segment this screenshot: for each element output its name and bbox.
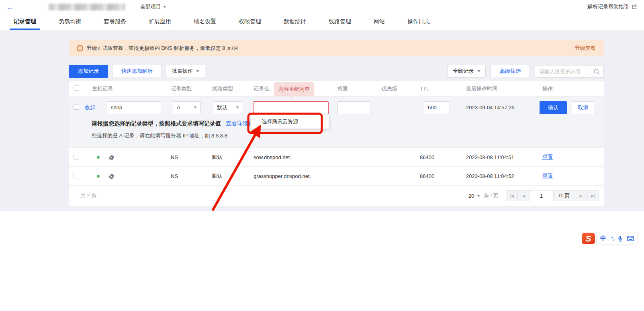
tab-load-balancing[interactable]: 负载均衡 (56, 14, 84, 30)
top-bar: ← 全部项目 解析记录帮助指引 (0, 0, 644, 14)
page-size-value: 20 (468, 193, 474, 199)
table-header-row: 主机记录 记录类型 线路类型 记录值 权重 优先级 TTL 最后操作时间 操作 (69, 81, 604, 96)
header-priority: 优先级 (370, 85, 408, 92)
header-ttl: TTL (408, 86, 450, 92)
status-enabled-dot (97, 175, 100, 178)
first-page-button[interactable]: |◀ (506, 190, 518, 201)
line-type-select[interactable]: 默认 (213, 101, 243, 114)
record-filter-label: 全部记录 (453, 68, 474, 75)
collapse-link[interactable]: 收起 (85, 104, 95, 111)
row-line-type: 默认 (203, 172, 245, 180)
dns-record-management-page: ← 全部项目 解析记录帮助指引 记录管理 负载均衡 套餐服务 扩展应用 域名设置… (0, 0, 644, 311)
chevron-down-icon (477, 195, 480, 197)
pager-controls: |◀ ◀ /1 页 ▶ ▶| (506, 190, 599, 201)
chevron-down-icon (163, 6, 166, 8)
record-value-input[interactable] (253, 101, 329, 114)
help-guide-label: 解析记录帮助指引 (587, 3, 629, 10)
page-number-input[interactable] (530, 190, 554, 201)
record-value-help: 请根据您选择的记录类型，按照格式要求填写记录值 查看详细指引 您选择的是 A 记… (69, 119, 604, 147)
quick-add-button[interactable]: 快速添加解析 (112, 65, 162, 78)
header-weight: 权重 (330, 85, 370, 92)
project-filter-dropdown[interactable]: 全部项目 (140, 3, 166, 10)
row-ttl: 86400 (408, 173, 450, 179)
row-line-type: 默认 (203, 153, 245, 161)
tab-website[interactable]: 网站 (371, 14, 387, 30)
chevron-down-icon (196, 70, 199, 72)
table-row: @ NS 默认 sow.dnspod.net. 86400 2023-08-08… (69, 148, 604, 167)
reset-link[interactable]: 重置 (542, 154, 553, 160)
chevron-down-icon (477, 70, 480, 72)
host-record-input[interactable] (107, 101, 161, 114)
help-title: 请根据您选择的记录类型，按照格式要求填写记录值 (92, 120, 221, 127)
ime-bar: 中 °, (596, 233, 638, 244)
confirm-button[interactable]: 确认 (540, 101, 567, 114)
back-arrow-icon[interactable]: ← (6, 3, 14, 11)
tab-operation-log[interactable]: 操作日志 (405, 14, 432, 30)
row-checkbox[interactable] (74, 154, 79, 160)
search-icon[interactable] (593, 68, 600, 75)
help-description: 您选择的是 A 记录，请在此填写服务器 IP 地址，如 8.8.8.8 (92, 132, 604, 139)
upgrade-plan-link[interactable]: 升级套餐 (575, 45, 596, 52)
warning-icon: ! (77, 45, 83, 51)
tencent-cloud-resource-option[interactable]: 选择腾讯云资源 (251, 115, 329, 129)
prev-page-button[interactable]: ◀ (518, 190, 530, 201)
record-filter-dropdown[interactable]: 全部记录 (448, 65, 486, 78)
cancel-button[interactable]: 取消 (572, 101, 595, 114)
domain-name-redacted (49, 4, 125, 10)
edit-row-time: 2023-09-04 14:57:25 (450, 104, 531, 110)
reset-link[interactable]: 重置 (542, 173, 553, 179)
table-footer: 共 2 条 20 条 / 页 |◀ ◀ /1 页 ▶ ▶| (69, 186, 604, 206)
row-checkbox[interactable] (74, 104, 79, 110)
header-host: 主机记录 (85, 85, 161, 92)
row-record-value: grasshopper.dnspod.net. (245, 173, 330, 179)
chevron-down-icon (194, 106, 197, 108)
keyboard-icon[interactable] (627, 236, 634, 241)
validation-error-tooltip: 内容不能为空 (274, 82, 314, 96)
tab-extended-apps[interactable]: 扩展应用 (146, 14, 174, 30)
page-size-dropdown[interactable]: 20 (468, 193, 480, 199)
next-page-button[interactable]: ▶ (575, 190, 587, 201)
upgrade-banner-text: 升级正式版套餐，获得更极致的 DNS 解析服务，最低仅需 8 元/月 (87, 45, 239, 52)
weight-input[interactable] (337, 101, 370, 114)
row-ttl: 86400 (408, 154, 450, 160)
ime-punctuation-toggle[interactable]: °, (611, 235, 613, 241)
row-host: @ (109, 173, 114, 179)
tab-data-statistics[interactable]: 数据统计 (281, 14, 309, 30)
record-type-value: A (177, 104, 180, 110)
toolbar-right: 全部记录 高级筛选 (448, 65, 604, 78)
tab-line-management[interactable]: 线路管理 (326, 14, 354, 30)
record-type-select[interactable]: A (173, 101, 201, 114)
pagination: 20 条 / 页 |◀ ◀ /1 页 ▶ ▶| (468, 190, 599, 201)
tab-record-management[interactable]: 记录管理 (11, 14, 39, 30)
page-total-label: /1 页 (554, 190, 575, 201)
search-input[interactable] (539, 68, 595, 74)
main-content: ! 升级正式版套餐，获得更极致的 DNS 解析服务，最低仅需 8 元/月 升级套… (69, 30, 604, 206)
total-count-label: 共 2 条 (80, 192, 96, 199)
ttl-input[interactable] (424, 101, 450, 114)
advanced-filter-button[interactable]: 高级筛选 (491, 65, 530, 78)
select-all-checkbox[interactable] (74, 85, 79, 91)
upgrade-banner: ! 升级正式版套餐，获得更极致的 DNS 解析服务，最低仅需 8 元/月 升级套… (69, 40, 604, 56)
chevron-down-icon (236, 106, 239, 108)
per-page-label: 条 / 页 (484, 192, 499, 199)
tab-plan-service[interactable]: 套餐服务 (101, 14, 129, 30)
tab-permission-management[interactable]: 权限管理 (236, 14, 264, 30)
row-record-value: sow.dnspod.net. (245, 154, 330, 160)
table-row: @ NS 默认 grasshopper.dnspod.net. 86400 20… (69, 167, 604, 186)
project-filter-label: 全部项目 (140, 3, 161, 10)
tab-bar: 记录管理 负载均衡 套餐服务 扩展应用 域名设置 权限管理 数据统计 线路管理 … (0, 14, 644, 30)
ime-language-toggle[interactable]: 中 (600, 235, 606, 242)
row-record-type: NS (161, 154, 203, 160)
batch-operation-dropdown[interactable]: 批量操作 (166, 65, 205, 78)
add-record-button[interactable]: 添加记录 (69, 65, 108, 78)
sogou-logo-icon[interactable]: S (582, 233, 595, 244)
tab-domain-settings[interactable]: 域名设置 (191, 14, 219, 30)
header-operations: 操作 (531, 85, 604, 92)
row-checkbox[interactable] (74, 173, 79, 178)
microphone-icon[interactable] (618, 235, 623, 242)
help-guide-link[interactable]: 解析记录帮助指引 (587, 3, 637, 10)
row-time: 2023-08-08 11:04:51 (450, 154, 531, 160)
search-box (535, 65, 604, 78)
last-page-button[interactable]: ▶| (587, 190, 599, 201)
line-type-value: 默认 (217, 104, 227, 111)
